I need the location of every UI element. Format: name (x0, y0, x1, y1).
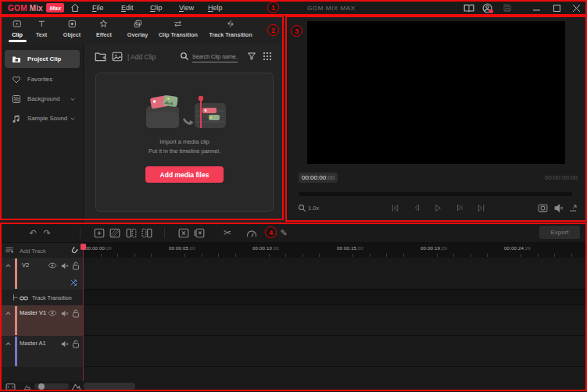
add-image-icon[interactable] (112, 52, 123, 62)
undo-icon[interactable]: ↶ (27, 226, 39, 239)
delete-ripple-icon[interactable] (193, 226, 206, 239)
track-header-master-v1[interactable]: Master V1 (0, 305, 84, 336)
menu-view[interactable]: View (179, 4, 194, 12)
sidebar-item-background[interactable]: Background (5, 90, 80, 108)
mute-icon[interactable] (59, 339, 69, 348)
app-logo: GOM Mix Max (8, 3, 64, 12)
add-track-icon[interactable] (5, 245, 14, 255)
playhead-handle[interactable] (81, 244, 86, 250)
play-icon[interactable] (431, 201, 444, 214)
track-name: Master V1 (20, 309, 46, 316)
preview-zoom-level[interactable]: 1.0x (308, 205, 319, 212)
sidebar-item-favorites[interactable]: Favorites (5, 70, 80, 88)
search-input[interactable]: Search Clip name. (192, 54, 238, 62)
menu-help[interactable]: Help (208, 4, 223, 12)
track-header-v2[interactable]: V2 (0, 258, 84, 290)
video-track-stripe (15, 258, 17, 289)
tab-object[interactable]: Object (63, 20, 81, 38)
add-media-folder-icon[interactable] (95, 52, 106, 62)
annotation-number-4: 4 (265, 226, 277, 238)
manual-icon[interactable] (463, 2, 474, 13)
lock-icon[interactable] (71, 261, 81, 270)
eye-icon[interactable] (48, 308, 57, 318)
track-transition-row[interactable]: Track Transition (0, 290, 84, 305)
prev-frame-icon[interactable] (410, 201, 423, 214)
menu-file[interactable]: File (92, 4, 104, 12)
chevron-down-icon[interactable] (70, 116, 76, 122)
track-lane-master-a1[interactable] (84, 336, 587, 367)
import-dropzone[interactable]: Import a media clip Put it in the timeli… (95, 73, 274, 212)
sidebar-item-sample-sound[interactable]: Sample Sound (5, 109, 80, 127)
mute-icon[interactable] (552, 201, 564, 214)
insert-clip-icon[interactable] (93, 226, 106, 239)
menu-edit[interactable]: Edit (121, 4, 134, 12)
tab-text[interactable]: Text (36, 20, 47, 38)
eye-icon[interactable] (48, 261, 57, 270)
split-right-icon[interactable] (141, 226, 153, 239)
delete-clip-icon[interactable] (177, 226, 190, 239)
tab-track-transition[interactable]: Track Transition (209, 20, 252, 38)
add-track-bar[interactable]: Add Track (0, 243, 84, 258)
save-icon[interactable] (501, 2, 513, 13)
ruler-label: 00:00:24;29 (504, 246, 531, 251)
tab-effect[interactable]: Effect (96, 20, 112, 38)
close-icon[interactable] (571, 2, 582, 13)
video-viewport[interactable] (307, 21, 565, 164)
transform-icon[interactable] (69, 278, 78, 287)
export-button[interactable]: Export (539, 226, 580, 239)
overwrite-clip-icon[interactable] (109, 226, 121, 239)
track-header-master-a1[interactable]: Master A1 (0, 336, 84, 367)
lock-icon[interactable] (71, 308, 81, 318)
tab-clip[interactable]: Clip (12, 20, 23, 38)
go-start-icon[interactable] (388, 201, 401, 214)
scissors-icon[interactable]: ✂ (221, 226, 234, 239)
minimize-icon[interactable] (531, 2, 542, 13)
collapse-icon[interactable] (3, 339, 13, 348)
collapse-icon[interactable] (3, 261, 13, 270)
tab-overlay[interactable]: Overlay (127, 20, 148, 38)
split-left-icon[interactable] (125, 226, 138, 239)
mute-icon[interactable] (59, 261, 69, 270)
lock-icon[interactable] (71, 339, 81, 348)
mute-icon[interactable] (59, 308, 69, 318)
preview-panel: 00:00:00;00 00:00:00;00 1.0x (285, 16, 587, 223)
track-lane-v2[interactable] (84, 258, 587, 290)
ruler-label: 00:00:10;00 (252, 246, 279, 251)
zoom-out-tracks-icon[interactable] (22, 382, 32, 391)
seek-bar[interactable] (299, 192, 572, 196)
checker-icon (11, 94, 21, 104)
object-icon (68, 20, 77, 28)
magnet-icon[interactable] (68, 244, 81, 258)
chevron-down-icon[interactable] (70, 96, 76, 102)
speed-icon[interactable] (245, 226, 258, 239)
tab-clip-transition[interactable]: Clip Transition (159, 20, 198, 38)
redo-icon[interactable]: ↷ (41, 226, 53, 239)
track-transition-lane[interactable] (84, 290, 587, 305)
menu-clip[interactable]: Clip (150, 4, 163, 12)
snapshot-icon[interactable] (536, 201, 549, 214)
next-frame-icon[interactable] (453, 201, 466, 214)
collapse-icon[interactable] (3, 308, 13, 318)
home-icon[interactable] (69, 2, 81, 13)
playhead-line[interactable] (83, 244, 84, 381)
search-icon[interactable] (180, 52, 189, 61)
go-end-icon[interactable] (474, 201, 487, 214)
maximize-icon[interactable] (551, 2, 563, 13)
preview-zoom-icon[interactable] (295, 201, 308, 214)
timeline-scrollbar[interactable] (84, 383, 135, 390)
logo-mix: Mix (30, 4, 43, 12)
edit-pencil-icon[interactable]: ✎ (277, 226, 290, 239)
filter-icon[interactable] (247, 52, 256, 61)
sidebar-item-project-clip[interactable]: Project Clip (5, 50, 80, 68)
timeline-ruler[interactable]: 00:00:00;00 00:00:05;00 00:00:10;00 00:0… (84, 243, 587, 258)
grid-view-icon[interactable] (263, 52, 272, 61)
fit-timeline-icon[interactable] (5, 382, 16, 391)
track-lane-master-v1[interactable] (84, 305, 587, 336)
track-height-slider-handle[interactable] (38, 383, 45, 390)
annotation-number-1: 1 (267, 2, 279, 13)
add-media-files-button[interactable]: Add media files (145, 166, 224, 183)
zoom-in-tracks-icon[interactable] (71, 382, 81, 391)
account-icon[interactable] (481, 2, 493, 13)
detach-screen-icon[interactable] (567, 201, 579, 214)
import-hint-line1: Import a media clip (96, 138, 273, 145)
